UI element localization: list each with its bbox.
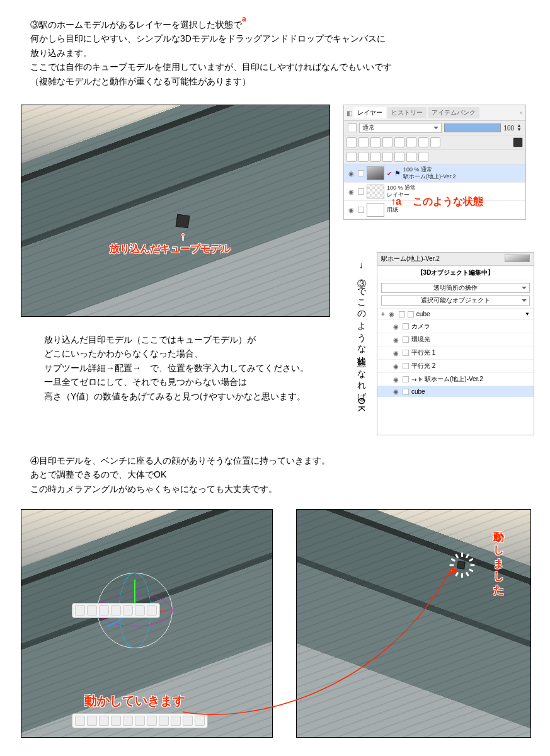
layer-item-station[interactable]: ◉ ✔⚑ 100 % 通常 駅ホーム(地上)-Ver.2 bbox=[344, 164, 525, 183]
side-note-vertical: →③でこのような状態になればOK bbox=[356, 261, 367, 425]
annotation-text: このような状態 bbox=[413, 196, 483, 207]
opacity-slider[interactable] bbox=[444, 123, 501, 132]
layers-annotation: ↑a このような状態 bbox=[391, 195, 483, 209]
visibility-icon[interactable]: ◉ bbox=[347, 188, 355, 195]
section4-p1: あとで調整できるので、大体でOK bbox=[30, 467, 522, 481]
obj-row-light1[interactable]: ◉ 平行光 1 bbox=[377, 346, 534, 359]
arrow-curve-icon bbox=[176, 548, 473, 737]
vpb-8[interactable] bbox=[159, 716, 169, 726]
obj-row-light2[interactable]: ◉ 平行光 2 bbox=[377, 359, 534, 372]
cube-marker bbox=[176, 214, 190, 229]
section3-text: ③駅のホームモデルがあるレイヤーを選択した状態でa 何かしら目印にしやすい、シン… bbox=[30, 18, 522, 88]
tool-draft[interactable] bbox=[382, 137, 392, 147]
note-l1: 放り込んだ目印モデル（ここではキューブモデル）が bbox=[44, 333, 372, 346]
opacity-value: 100 bbox=[503, 125, 514, 132]
dropdown-transparent-op[interactable]: 透明箇所の操作 bbox=[381, 283, 530, 293]
section3-p4: （複雑なモデルだと動作が重くなる可能性があります） bbox=[30, 74, 522, 88]
move-label: 動かしていきます bbox=[84, 692, 185, 709]
section3-mark-a: a bbox=[242, 14, 246, 23]
layer-item-meta: 100 % 通常 bbox=[403, 166, 432, 173]
tool-lock[interactable] bbox=[347, 137, 357, 147]
apply-mask-button[interactable] bbox=[406, 152, 416, 162]
gizmo-toolbar-top bbox=[72, 603, 160, 618]
section3-p1: 何かしら目印にしやすい、シンプルな3Dモデルをドラッグアンドドロップでキャンバス… bbox=[30, 32, 522, 45]
delete-layer-button[interactable] bbox=[418, 152, 428, 162]
obj-row-camera[interactable]: ◉ カメラ bbox=[377, 319, 534, 333]
obj-row-station[interactable]: ◉⇢ 駅ホーム(地上)-Ver.2 bbox=[377, 372, 534, 386]
layers-toolstrip bbox=[344, 135, 525, 150]
vpb-4[interactable] bbox=[111, 716, 121, 726]
vpb-6[interactable] bbox=[135, 716, 145, 726]
gizmo-extra-button[interactable] bbox=[147, 605, 157, 616]
gizmo-cam-pan-button[interactable] bbox=[123, 605, 133, 616]
section4-text: ④目印モデルを、ベンチに座る人の顔がありそうな位置に持っていきます。 あとで調整… bbox=[30, 454, 522, 496]
note-l4: 一旦全てゼロにして、それでも見つからない場合は bbox=[44, 375, 372, 389]
mask-button[interactable] bbox=[394, 152, 404, 162]
layers-panel-tabs: ◧ レイヤー ヒストリー アイテムバンク × bbox=[344, 105, 525, 121]
tool-clip[interactable] bbox=[358, 137, 369, 147]
section4-p2: この時カメラアングルがめちゃくちゃになっても大丈夫です。 bbox=[30, 482, 522, 496]
middle-note: 放り込んだ目印モデル（ここではキューブモデル）が どこにいったかわからなくなった… bbox=[44, 333, 372, 403]
gizmo-cam-orbit-button[interactable] bbox=[111, 605, 121, 616]
transfer-button[interactable] bbox=[370, 152, 381, 162]
section3-p3: ここでは自作のキューブモデルを使用していますが、目印にしやすければなんでもいいで… bbox=[30, 60, 522, 74]
tool-color[interactable] bbox=[430, 137, 440, 147]
new-layer-button[interactable] bbox=[347, 152, 357, 162]
object-panel-header: 【3Dオブジェクト編集中】 bbox=[377, 266, 534, 280]
section4-heading: ④目印モデルを、ベンチに座る人の顔がありそうな位置に持っていきます。 bbox=[30, 454, 522, 467]
moved-label: 動かしました bbox=[491, 523, 506, 590]
note-l5: 高さ（Y値）の数値をあげてみると見つけやすいかなと思います。 bbox=[44, 389, 372, 403]
vpb-3[interactable] bbox=[99, 716, 109, 726]
blend-mode-dropdown[interactable]: 通常 bbox=[359, 123, 442, 133]
annotation-arrow-a: ↑a bbox=[391, 196, 401, 207]
layer-item-name: 駅ホーム(地上)-Ver.2 bbox=[403, 173, 456, 180]
tool-effect[interactable] bbox=[418, 137, 428, 147]
tool-ruler[interactable] bbox=[406, 137, 416, 147]
tool-ref[interactable] bbox=[370, 137, 381, 147]
note-l3: サブツール詳細→配置→ で、位置を数字入力してみてください。 bbox=[44, 361, 372, 375]
visibility-icon[interactable]: ◉ bbox=[347, 207, 355, 214]
tool-mask[interactable] bbox=[394, 137, 404, 147]
new-folder-button[interactable] bbox=[358, 152, 369, 162]
gizmo-rotate-button[interactable] bbox=[87, 605, 97, 616]
section3-heading: ③駅のホームモデルがあるレイヤーを選択した状態で bbox=[30, 20, 242, 30]
tab-layers[interactable]: レイヤー bbox=[353, 107, 386, 118]
gizmo-move-button[interactable] bbox=[75, 605, 85, 616]
note-l2: どこにいったかわからなくなった場合、 bbox=[44, 346, 372, 360]
visibility-icon[interactable]: ◉ bbox=[347, 170, 355, 177]
object-panel-title: 駅ホーム(地上)-Ver.2 bbox=[377, 253, 534, 266]
object-panel: 駅ホーム(地上)-Ver.2 【3Dオブジェクト編集中】 透明箇所の操作 選択可… bbox=[377, 252, 534, 435]
gizmo-scale-button[interactable] bbox=[99, 605, 109, 616]
obj-row-cube-top[interactable]: +◉ cube ▼ bbox=[377, 308, 534, 319]
vpb-5[interactable] bbox=[123, 716, 133, 726]
tab-itembank[interactable]: アイテムバンク bbox=[428, 107, 479, 118]
obj-row-cube-selected[interactable]: ◉ cube bbox=[377, 386, 534, 397]
layers-opacity-row: 通常 100 ▲▼ bbox=[344, 121, 525, 135]
layers-toolstrip-2 bbox=[344, 150, 525, 164]
cube-label: 放り込んだキューブモデル bbox=[110, 243, 231, 256]
merge-button[interactable] bbox=[382, 152, 392, 162]
vpb-1[interactable] bbox=[75, 716, 85, 726]
blend-thumb[interactable] bbox=[348, 123, 357, 132]
section3-p2: 放り込みます。 bbox=[30, 46, 522, 60]
layer-item-meta: 100 % 通常 bbox=[387, 185, 416, 191]
cube-arrow-icon: ↑ bbox=[180, 230, 186, 243]
vpb-2[interactable] bbox=[87, 716, 97, 726]
obj-row-env[interactable]: ◉ 環境光 bbox=[377, 333, 534, 346]
vpb-7[interactable] bbox=[147, 716, 157, 726]
viewport-3d-main[interactable]: ↑ 放り込んだキューブモデル bbox=[21, 105, 330, 317]
tool-layercolor[interactable] bbox=[513, 137, 523, 147]
tab-history[interactable]: ヒストリー bbox=[387, 107, 427, 118]
dropdown-selectable-obj[interactable]: 選択可能なオブジェクト bbox=[381, 295, 530, 306]
gizmo-cam-zoom-button[interactable] bbox=[135, 605, 145, 616]
